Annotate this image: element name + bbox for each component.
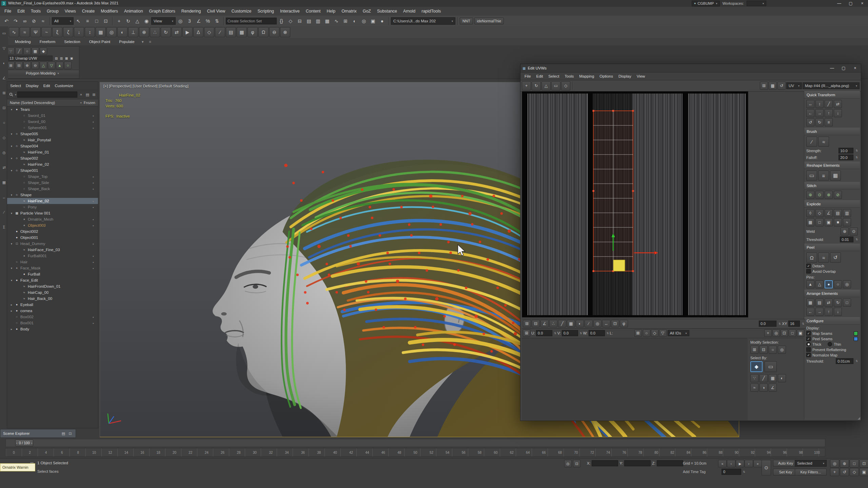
select-and-link-icon[interactable]: ∞: [20, 17, 29, 25]
use-pivot-point-center-icon[interactable]: ◎: [176, 17, 185, 25]
map-seams-checkbox[interactable]: [806, 331, 811, 336]
flatten-mapping-icon[interactable]: ▤: [834, 209, 842, 217]
show-end-result-icon[interactable]: ⊖: [32, 62, 39, 69]
menu-item[interactable]: Create: [79, 8, 98, 15]
relax-until-flat-icon[interactable]: ▦: [830, 170, 841, 181]
paint-select-icon[interactable]: φ: [620, 320, 628, 327]
arrange-up-icon[interactable]: ↑: [825, 308, 833, 316]
snap-toggle-3d-icon[interactable]: 3: [185, 17, 194, 25]
menu-item[interactable]: Customize: [228, 8, 254, 15]
select-and-move-icon[interactable]: +: [115, 17, 123, 25]
expand-arrow-icon[interactable]: ▾: [10, 212, 13, 215]
scene-explorer-row[interactable]: ▾ ● Tears: [7, 106, 98, 113]
scene-explorer-row[interactable]: ▾ ● Face_Edit: [7, 277, 98, 283]
menu-item[interactable]: Arnold: [400, 8, 418, 15]
selection-lock-icon[interactable]: ⊡: [573, 460, 580, 467]
expand-arrow-icon[interactable]: ▾: [10, 194, 13, 197]
auto-pin-icon[interactable]: ◎: [843, 280, 851, 288]
scene-explorer-row[interactable]: ● FurBall: [7, 271, 98, 277]
zoom-region-icon[interactable]: ⊡: [860, 460, 868, 468]
toggle-layer-explorer-icon[interactable]: ▥: [314, 17, 322, 25]
freeze-objects-icon[interactable]: ◇: [1, 134, 7, 141]
lock-selection-icon[interactable]: ⊡: [1, 104, 7, 111]
utilities-icon[interactable]: Σ: [1, 224, 7, 230]
menu-item[interactable]: Group: [44, 8, 62, 15]
search-input[interactable]: [17, 92, 77, 98]
scene-explorer-row[interactable]: ≈ HairFine_01: [7, 149, 98, 155]
straighten-selection-icon[interactable]: ≡: [825, 118, 833, 126]
select-ring-icon[interactable]: ◎: [778, 346, 786, 354]
v-field[interactable]: 0.0: [562, 330, 578, 336]
frozen-toggle[interactable]: ●: [93, 255, 94, 257]
ribbon-collapse-icon[interactable]: ▾: [139, 38, 146, 45]
vertex-mode-icon[interactable]: ∵: [7, 47, 15, 55]
set-key-button[interactable]: Set Key: [773, 469, 798, 475]
scene-explorer-row[interactable]: ▾ ○ Shape: [7, 192, 98, 198]
auto-key-button[interactable]: Auto Key: [773, 460, 798, 467]
arrange-left-icon[interactable]: ←: [806, 308, 814, 316]
menu-item[interactable]: Edit: [14, 8, 28, 15]
go-to-end-button[interactable]: »: [753, 460, 762, 467]
stitch-selected-icon[interactable]: ⊕: [806, 191, 814, 199]
configure-threshold-spinner[interactable]: ⇅: [855, 360, 858, 363]
prev-frame-arrow[interactable]: ‹: [16, 441, 18, 445]
scene-explorer-row[interactable]: ● Object001: [7, 235, 98, 241]
scene-explorer-row[interactable]: ▸ ● Eyeball: [7, 302, 98, 308]
uv-pixel-snap-icon[interactable]: ▦: [567, 320, 575, 327]
rollout-brush[interactable]: Brush: [804, 128, 860, 135]
show-map-icon[interactable]: ▩: [769, 82, 777, 90]
select-object-icon[interactable]: ↖: [74, 17, 83, 25]
edge-distance-icon[interactable]: ↔: [602, 320, 610, 327]
uv-brush-icon[interactable]: ∕: [585, 320, 593, 327]
select-and-rotate-icon[interactable]: ↻: [124, 17, 133, 25]
axis-constraint-label[interactable]: XY: [782, 322, 787, 326]
unpin-all-icon[interactable]: ○: [834, 280, 842, 288]
x-coord-field[interactable]: [592, 460, 618, 466]
maximize-button[interactable]: ▢: [845, 0, 856, 7]
expand-arrow-icon[interactable]: ▾: [10, 133, 13, 136]
frozen-toggle[interactable]: ●: [93, 243, 94, 245]
scene-explorer-row[interactable]: ● Ornatrix_Mesh ●: [7, 216, 98, 222]
paint-tool-icon[interactable]: ∕: [1, 209, 7, 216]
u-field[interactable]: 0.0: [536, 330, 552, 336]
expand-arrow-icon[interactable]: ▸: [10, 303, 13, 306]
v-spinner[interactable]: ⇅: [580, 332, 582, 335]
rescale-elements-icon[interactable]: ⇄: [825, 299, 833, 307]
undo-icon[interactable]: ↶: [2, 17, 11, 25]
toggle-scene-explorer-icon[interactable]: ▤: [304, 17, 313, 25]
pan-icon[interactable]: +: [830, 468, 839, 476]
space-horizontal-icon[interactable]: ⇄: [834, 100, 842, 108]
rectangular-selection-region-icon[interactable]: □: [92, 17, 101, 25]
pan-uv-icon[interactable]: +: [764, 329, 772, 337]
shrink-uv-selection-icon[interactable]: ⊟: [760, 346, 768, 354]
uv-channel-dropdown[interactable]: UV▾: [786, 82, 802, 89]
render-setup-icon[interactable]: ◎: [359, 17, 368, 25]
uvw-menu-item[interactable]: Mapping: [576, 74, 597, 79]
orbit-icon[interactable]: ↺: [840, 468, 849, 476]
play-button[interactable]: ▶: [736, 460, 744, 467]
mirror-icon[interactable]: ◇: [286, 17, 295, 25]
w-field[interactable]: 0.0: [589, 330, 605, 336]
scene-explorer-row[interactable]: ≈ HairFace_Fine_03: [7, 247, 98, 253]
pack-icon[interactable]: ▤: [815, 299, 824, 307]
scene-explorer-row[interactable]: ○ Shape_Back ●: [7, 186, 98, 192]
planar-threshold-icon[interactable]: ∠: [769, 384, 777, 392]
frozen-toggle[interactable]: ●: [93, 206, 94, 208]
uvw-menu-item[interactable]: Edit: [534, 74, 546, 79]
scene-explorer-menu-item[interactable]: Edit: [41, 83, 53, 89]
uv-lock-icon[interactable]: ⊡: [611, 320, 619, 327]
window-crossing-icon[interactable]: ⊡: [101, 17, 110, 25]
pin-stack-icon[interactable]: ⊕: [23, 62, 31, 69]
menu-item[interactable]: Ornatrix: [338, 8, 359, 15]
scene-explorer-menu-item[interactable]: Select: [8, 83, 23, 89]
paint-move-brush-icon[interactable]: ∕: [806, 137, 817, 147]
ribbon-tab[interactable]: Freeform: [36, 39, 60, 45]
weld-threshold-spinner[interactable]: ⇅: [855, 238, 858, 241]
scene-explorer-row[interactable]: ▸ ● cornea: [7, 308, 98, 314]
uvw-close-button[interactable]: ×: [849, 64, 861, 72]
unpin-icon[interactable]: △: [815, 280, 824, 288]
grid-size-field[interactable]: 16: [788, 321, 800, 327]
display-toggle-icon[interactable]: ◐: [1, 60, 7, 66]
scene-explorer-row[interactable]: ▾ ○ Shape001: [7, 167, 98, 174]
menu-item[interactable]: Substance: [374, 8, 400, 15]
